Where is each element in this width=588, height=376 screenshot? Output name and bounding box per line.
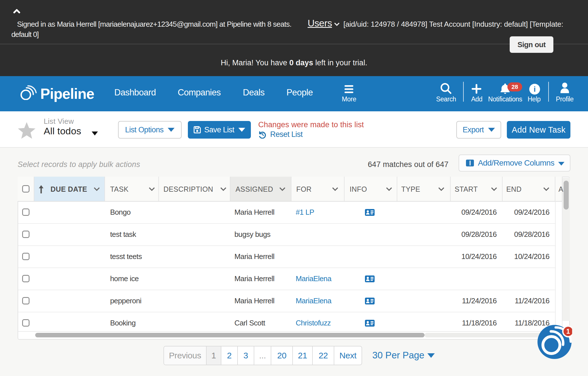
svg-text:1: 1 — [566, 328, 570, 335]
svg-text:i: i — [534, 85, 536, 93]
